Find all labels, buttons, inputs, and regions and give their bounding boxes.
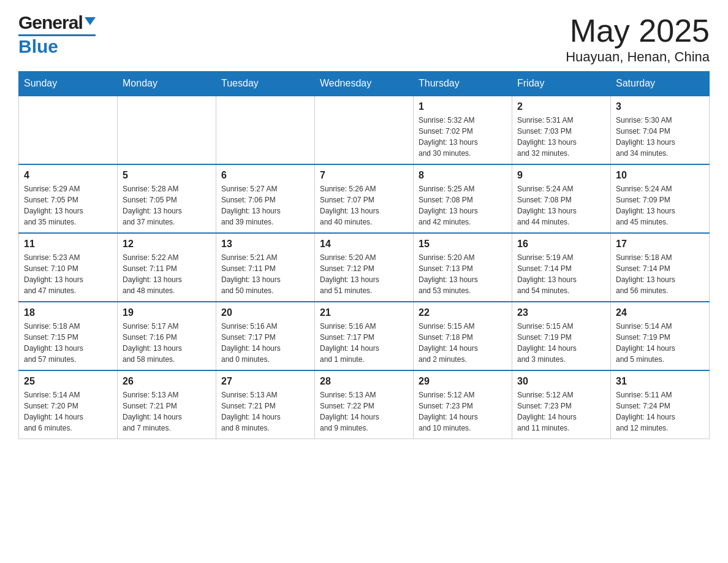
day-number: 20 xyxy=(221,307,309,318)
title-block: May 2025 Huayuan, Henan, China xyxy=(566,12,710,65)
calendar-cell: 16Sunrise: 5:19 AM Sunset: 7:14 PM Dayli… xyxy=(512,233,611,302)
calendar-subtitle: Huayuan, Henan, China xyxy=(566,49,710,65)
day-number: 2 xyxy=(517,101,605,112)
weekday-header-sunday: Sunday xyxy=(19,72,118,96)
day-number: 5 xyxy=(123,170,211,181)
day-info: Sunrise: 5:16 AM Sunset: 7:17 PM Dayligh… xyxy=(221,321,309,365)
weekday-header-thursday: Thursday xyxy=(414,72,512,96)
calendar-week-2: 4Sunrise: 5:29 AM Sunset: 7:05 PM Daylig… xyxy=(19,164,710,233)
weekday-header-wednesday: Wednesday xyxy=(315,72,414,96)
calendar-cell: 26Sunrise: 5:13 AM Sunset: 7:21 PM Dayli… xyxy=(118,370,216,439)
calendar-week-5: 25Sunrise: 5:14 AM Sunset: 7:20 PM Dayli… xyxy=(19,370,710,439)
calendar-header: SundayMondayTuesdayWednesdayThursdayFrid… xyxy=(19,72,710,96)
calendar-cell: 21Sunrise: 5:16 AM Sunset: 7:17 PM Dayli… xyxy=(315,302,414,370)
calendar-cell: 22Sunrise: 5:15 AM Sunset: 7:18 PM Dayli… xyxy=(414,302,512,370)
day-number: 8 xyxy=(419,170,507,181)
calendar-cell: 4Sunrise: 5:29 AM Sunset: 7:05 PM Daylig… xyxy=(19,164,118,233)
day-number: 10 xyxy=(616,170,704,181)
day-number: 22 xyxy=(419,307,507,318)
calendar-cell: 3Sunrise: 5:30 AM Sunset: 7:04 PM Daylig… xyxy=(611,96,710,164)
calendar-cell: 28Sunrise: 5:13 AM Sunset: 7:22 PM Dayli… xyxy=(315,370,414,439)
day-number: 15 xyxy=(419,239,507,250)
calendar-week-1: 1Sunrise: 5:32 AM Sunset: 7:02 PM Daylig… xyxy=(19,96,710,164)
calendar-cell: 1Sunrise: 5:32 AM Sunset: 7:02 PM Daylig… xyxy=(414,96,512,164)
calendar-cell: 27Sunrise: 5:13 AM Sunset: 7:21 PM Dayli… xyxy=(216,370,315,439)
day-info: Sunrise: 5:18 AM Sunset: 7:15 PM Dayligh… xyxy=(24,321,112,365)
day-info: Sunrise: 5:19 AM Sunset: 7:14 PM Dayligh… xyxy=(517,252,605,296)
day-number: 28 xyxy=(320,376,408,387)
day-number: 11 xyxy=(24,239,112,250)
weekday-header-friday: Friday xyxy=(512,72,611,96)
day-info: Sunrise: 5:24 AM Sunset: 7:09 PM Dayligh… xyxy=(616,183,704,228)
calendar-cell xyxy=(216,96,315,164)
calendar-cell: 5Sunrise: 5:28 AM Sunset: 7:05 PM Daylig… xyxy=(118,164,216,233)
calendar-cell: 9Sunrise: 5:24 AM Sunset: 7:08 PM Daylig… xyxy=(512,164,611,233)
day-info: Sunrise: 5:32 AM Sunset: 7:02 PM Dayligh… xyxy=(419,115,507,159)
calendar-body: 1Sunrise: 5:32 AM Sunset: 7:02 PM Daylig… xyxy=(19,96,710,439)
day-number: 31 xyxy=(616,376,704,387)
calendar-cell: 6Sunrise: 5:27 AM Sunset: 7:06 PM Daylig… xyxy=(216,164,315,233)
day-number: 21 xyxy=(320,307,408,318)
calendar-cell: 8Sunrise: 5:25 AM Sunset: 7:08 PM Daylig… xyxy=(414,164,512,233)
calendar-table: SundayMondayTuesdayWednesdayThursdayFrid… xyxy=(18,71,710,439)
calendar-cell: 2Sunrise: 5:31 AM Sunset: 7:03 PM Daylig… xyxy=(512,96,611,164)
calendar-cell: 10Sunrise: 5:24 AM Sunset: 7:09 PM Dayli… xyxy=(611,164,710,233)
day-number: 19 xyxy=(123,307,211,318)
calendar-cell: 18Sunrise: 5:18 AM Sunset: 7:15 PM Dayli… xyxy=(19,302,118,370)
calendar-cell: 20Sunrise: 5:16 AM Sunset: 7:17 PM Dayli… xyxy=(216,302,315,370)
day-info: Sunrise: 5:11 AM Sunset: 7:24 PM Dayligh… xyxy=(616,389,704,434)
calendar-cell: 11Sunrise: 5:23 AM Sunset: 7:10 PM Dayli… xyxy=(19,233,118,302)
calendar-cell: 30Sunrise: 5:12 AM Sunset: 7:23 PM Dayli… xyxy=(512,370,611,439)
day-number: 14 xyxy=(320,239,408,250)
day-number: 6 xyxy=(221,170,309,181)
day-info: Sunrise: 5:31 AM Sunset: 7:03 PM Dayligh… xyxy=(517,115,605,159)
day-number: 18 xyxy=(24,307,112,318)
day-info: Sunrise: 5:13 AM Sunset: 7:21 PM Dayligh… xyxy=(123,389,211,434)
day-info: Sunrise: 5:13 AM Sunset: 7:22 PM Dayligh… xyxy=(320,389,408,434)
weekday-header-row: SundayMondayTuesdayWednesdayThursdayFrid… xyxy=(19,72,710,96)
day-info: Sunrise: 5:20 AM Sunset: 7:13 PM Dayligh… xyxy=(419,252,507,296)
day-info: Sunrise: 5:24 AM Sunset: 7:08 PM Dayligh… xyxy=(517,183,605,228)
day-info: Sunrise: 5:20 AM Sunset: 7:12 PM Dayligh… xyxy=(320,252,408,296)
day-info: Sunrise: 5:14 AM Sunset: 7:20 PM Dayligh… xyxy=(24,389,112,434)
day-info: Sunrise: 5:12 AM Sunset: 7:23 PM Dayligh… xyxy=(517,389,605,434)
calendar-cell: 31Sunrise: 5:11 AM Sunset: 7:24 PM Dayli… xyxy=(611,370,710,439)
day-info: Sunrise: 5:26 AM Sunset: 7:07 PM Dayligh… xyxy=(320,183,408,228)
calendar-cell: 29Sunrise: 5:12 AM Sunset: 7:23 PM Dayli… xyxy=(414,370,512,439)
calendar-cell: 24Sunrise: 5:14 AM Sunset: 7:19 PM Dayli… xyxy=(611,302,710,370)
logo-triangle-icon xyxy=(85,17,96,25)
day-number: 3 xyxy=(616,101,704,112)
day-number: 12 xyxy=(123,239,211,250)
logo: General Blue xyxy=(18,12,96,57)
day-number: 16 xyxy=(517,239,605,250)
day-number: 9 xyxy=(517,170,605,181)
day-number: 17 xyxy=(616,239,704,250)
logo-blue-text: Blue xyxy=(18,36,58,57)
calendar-cell xyxy=(118,96,216,164)
day-info: Sunrise: 5:28 AM Sunset: 7:05 PM Dayligh… xyxy=(123,183,211,228)
day-info: Sunrise: 5:21 AM Sunset: 7:11 PM Dayligh… xyxy=(221,252,309,296)
day-number: 25 xyxy=(24,376,112,387)
calendar-cell xyxy=(19,96,118,164)
day-number: 7 xyxy=(320,170,408,181)
day-info: Sunrise: 5:23 AM Sunset: 7:10 PM Dayligh… xyxy=(24,252,112,296)
weekday-header-tuesday: Tuesday xyxy=(216,72,315,96)
day-number: 27 xyxy=(221,376,309,387)
day-info: Sunrise: 5:25 AM Sunset: 7:08 PM Dayligh… xyxy=(419,183,507,228)
day-info: Sunrise: 5:30 AM Sunset: 7:04 PM Dayligh… xyxy=(616,115,704,159)
page-header: General Blue May 2025 Huayuan, Henan, Ch… xyxy=(18,12,710,65)
day-info: Sunrise: 5:29 AM Sunset: 7:05 PM Dayligh… xyxy=(24,183,112,228)
day-number: 13 xyxy=(221,239,309,250)
day-info: Sunrise: 5:13 AM Sunset: 7:21 PM Dayligh… xyxy=(221,389,309,434)
calendar-title: May 2025 xyxy=(566,12,710,49)
calendar-week-3: 11Sunrise: 5:23 AM Sunset: 7:10 PM Dayli… xyxy=(19,233,710,302)
calendar-week-4: 18Sunrise: 5:18 AM Sunset: 7:15 PM Dayli… xyxy=(19,302,710,370)
calendar-cell: 13Sunrise: 5:21 AM Sunset: 7:11 PM Dayli… xyxy=(216,233,315,302)
day-info: Sunrise: 5:17 AM Sunset: 7:16 PM Dayligh… xyxy=(123,321,211,365)
calendar-cell: 12Sunrise: 5:22 AM Sunset: 7:11 PM Dayli… xyxy=(118,233,216,302)
weekday-header-saturday: Saturday xyxy=(611,72,710,96)
calendar-cell: 19Sunrise: 5:17 AM Sunset: 7:16 PM Dayli… xyxy=(118,302,216,370)
day-number: 23 xyxy=(517,307,605,318)
calendar-cell: 15Sunrise: 5:20 AM Sunset: 7:13 PM Dayli… xyxy=(414,233,512,302)
calendar-cell xyxy=(315,96,414,164)
